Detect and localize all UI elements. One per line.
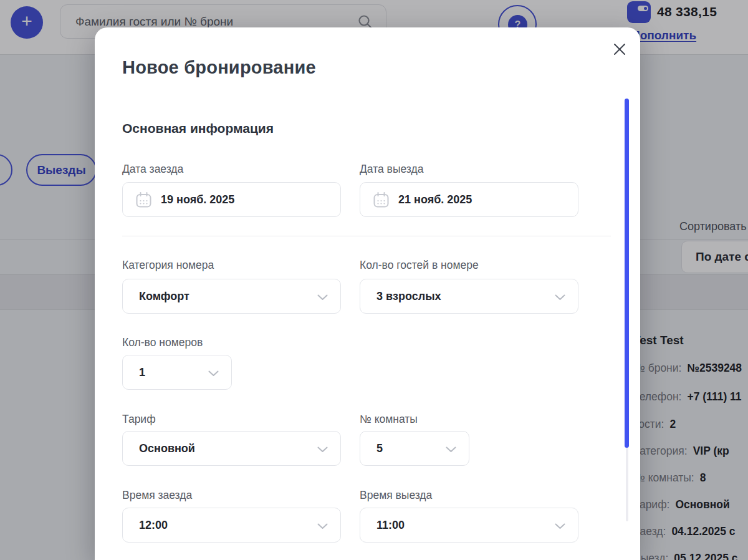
check-in-time-select[interactable]: 12:00 — [122, 508, 341, 543]
form-divider — [122, 236, 611, 236]
chevron-down-icon — [317, 447, 328, 453]
label-check-in-time: Время заезда — [122, 489, 192, 502]
new-booking-modal: Новое бронирование Основная информация Д… — [95, 27, 640, 560]
label-room-number: № комнаты — [360, 413, 418, 426]
modal-scrollbar-thumb[interactable] — [625, 99, 629, 448]
chevron-down-icon — [555, 523, 565, 529]
check-out-time-select[interactable]: 11:00 — [360, 508, 578, 543]
check-out-date-value: 21 нояб. 2025 — [398, 193, 472, 206]
label-tariff: Тариф — [122, 413, 156, 426]
chevron-down-icon — [317, 294, 328, 301]
label-check-out-date: Дата выезда — [360, 163, 423, 176]
tariff-select[interactable]: Основной — [122, 431, 341, 466]
guests-count-select[interactable]: 3 взрослых — [360, 279, 578, 314]
calendar-icon — [135, 191, 152, 208]
label-rooms-count: Кол-во номеров — [122, 336, 203, 349]
room-number-select[interactable]: 5 — [360, 431, 469, 466]
label-room-category: Категория номера — [122, 259, 214, 272]
room-category-select[interactable]: Комфорт — [122, 279, 341, 314]
chevron-down-icon — [317, 523, 328, 529]
check-in-date-picker[interactable]: 19 нояб. 2025 — [122, 182, 341, 217]
close-icon — [613, 42, 626, 56]
modal-title: Новое бронирование — [122, 57, 316, 78]
rooms-count-select[interactable]: 1 — [122, 355, 232, 390]
close-button[interactable] — [610, 40, 629, 59]
chevron-down-icon — [555, 294, 565, 301]
label-check-out-time: Время выезда — [360, 489, 432, 502]
chevron-down-icon — [446, 447, 456, 453]
booking-app-page: + ? 48 338,15 Пополнить Выезды Сортирова… — [0, 0, 748, 560]
chevron-down-icon — [208, 370, 219, 377]
label-check-in-date: Дата заезда — [122, 163, 183, 176]
label-guests-count: Кол-во гостей в номере — [360, 259, 479, 272]
check-out-date-picker[interactable]: 21 нояб. 2025 — [360, 182, 578, 217]
calendar-icon — [373, 191, 390, 208]
section-title-main-info: Основная информация — [122, 121, 274, 136]
check-in-date-value: 19 нояб. 2025 — [161, 193, 234, 206]
